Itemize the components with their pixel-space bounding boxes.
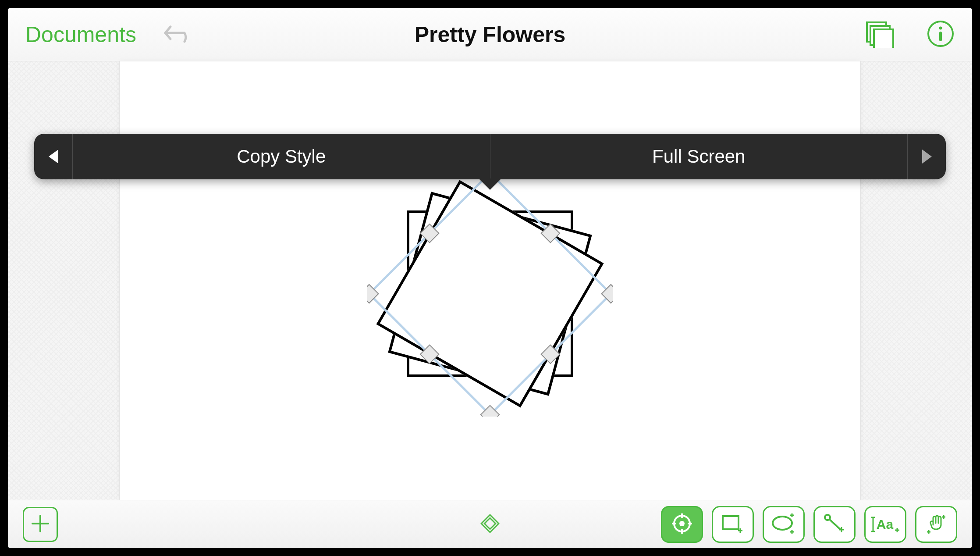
svg-point-18	[679, 521, 685, 526]
tool-palette: Aa	[661, 506, 957, 543]
rectangle-tool-button[interactable]	[712, 506, 754, 543]
canvas-page[interactable]	[120, 61, 860, 500]
topbar-left: Documents	[25, 21, 197, 48]
ellipse-tool-button[interactable]	[763, 506, 805, 543]
bottombar: Aa	[8, 500, 972, 548]
diamond-indicator-icon	[479, 528, 501, 535]
svg-point-20	[773, 517, 792, 530]
shape-indicator	[479, 513, 501, 536]
popover-prev-button[interactable]	[34, 134, 73, 179]
selection-tool-icon	[670, 512, 694, 537]
svg-point-4	[939, 26, 942, 29]
rectangle-tool-icon	[720, 513, 746, 536]
info-button[interactable]	[927, 20, 955, 50]
undo-icon	[163, 21, 197, 48]
topbar-right	[864, 20, 955, 50]
svg-rect-19	[723, 516, 739, 529]
chevron-left-icon	[49, 150, 58, 164]
topbar: Documents Pretty Flowers	[8, 8, 972, 61]
text-tool-icon: Aa	[870, 516, 900, 533]
document-title: Pretty Flowers	[415, 22, 566, 47]
stencils-button[interactable]	[864, 20, 896, 50]
text-tool-glyph: Aa	[877, 517, 893, 532]
copy-style-button[interactable]: Copy Style	[73, 134, 490, 179]
context-popover: Copy Style Full Screen	[34, 134, 946, 179]
popover-next-button[interactable]	[907, 134, 946, 179]
line-tool-icon	[822, 512, 847, 537]
add-icon	[30, 513, 51, 536]
ellipse-tool-icon	[770, 513, 797, 536]
full-screen-button[interactable]: Full Screen	[490, 134, 908, 179]
canvas-background: Copy Style Full Screen	[8, 61, 972, 500]
chevron-right-icon	[922, 150, 932, 164]
freehand-tool-button[interactable]	[915, 506, 957, 543]
info-icon	[927, 20, 955, 50]
selection-tool-button[interactable]	[661, 506, 703, 543]
stencils-icon	[864, 20, 896, 50]
text-tool-button[interactable]: Aa	[864, 506, 906, 543]
svg-rect-5	[939, 32, 942, 41]
svg-rect-6	[369, 173, 611, 415]
undo-button[interactable]	[163, 21, 197, 48]
device-frame: Documents Pretty Flowers	[0, 0, 980, 556]
add-button[interactable]	[23, 507, 58, 542]
hand-tool-icon	[924, 512, 948, 537]
app-screen: Documents Pretty Flowers	[8, 8, 972, 548]
line-tool-button[interactable]	[813, 506, 856, 543]
selection-handles[interactable]	[367, 171, 613, 417]
svg-rect-2	[874, 29, 893, 48]
documents-button[interactable]: Documents	[25, 22, 136, 47]
